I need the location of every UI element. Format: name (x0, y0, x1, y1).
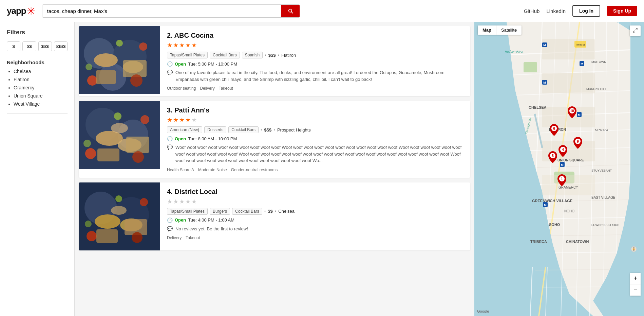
stars-abc-cocina: ★ ★ ★ ★ ★ (167, 41, 463, 49)
linkedin-link[interactable]: LinkedIn (546, 8, 566, 14)
stars-patti-anns: ★ ★ ★ ★ ★ (167, 116, 463, 124)
star-4: ★ (185, 41, 191, 49)
tag-separator-2: • (275, 209, 277, 214)
svg-point-7 (139, 42, 147, 51)
filters-title: Filters (7, 29, 68, 36)
svg-text:6: 6 (553, 127, 555, 130)
header-nav: GitHub LinkedIn Log In Sign Up (524, 5, 637, 17)
svg-text:🧍: 🧍 (632, 247, 636, 251)
svg-text:EAST VILLAGE: EAST VILLAGE (591, 196, 615, 199)
svg-text:SOHO: SOHO (549, 223, 560, 227)
comment-icon: 💬 (167, 226, 173, 231)
star-4: ★ (185, 116, 191, 124)
neighborhood-item-chelsea[interactable]: Chelsea (14, 69, 68, 74)
svg-text:GREENWICH VILLAGE: GREENWICH VILLAGE (532, 199, 572, 203)
svg-point-20 (114, 112, 121, 120)
restaurant-name-abc-cocina[interactable]: 2. ABC Cocina (167, 32, 463, 39)
food-image-placeholder-2 (79, 101, 160, 169)
svg-text:UNION SQUARE: UNION SQUARE (557, 158, 584, 162)
tag-separator: • (261, 127, 262, 133)
star-5-empty: ★ (191, 198, 197, 205)
sidebar-divider (7, 113, 68, 114)
svg-rect-10 (123, 60, 147, 77)
login-button[interactable]: Log In (572, 5, 600, 17)
neighborhood-item-flatiron[interactable]: Flatiron (14, 77, 68, 82)
zoom-out-button[interactable]: − (630, 284, 641, 296)
clock-icon: 🕐 (167, 217, 173, 223)
neighborhood-item-gramercy[interactable]: Gramercy (14, 85, 68, 90)
comment-icon: 💬 (167, 144, 173, 150)
search-button[interactable] (281, 5, 300, 17)
search-input[interactable] (42, 5, 281, 17)
svg-point-25 (111, 123, 128, 133)
restaurant-name-patti-anns[interactable]: 3. Patti Ann's (167, 106, 463, 114)
svg-point-36 (132, 232, 143, 243)
price-btn-1[interactable]: $ (7, 41, 20, 51)
svg-text:5: 5 (552, 154, 554, 158)
svg-text:MIDTOWN: MIDTOWN (591, 60, 606, 64)
svg-text:M: M (578, 113, 581, 117)
svg-rect-22 (126, 137, 149, 153)
open-label: Open (175, 136, 186, 141)
tag-tapas: Tapas/Small Plates (167, 208, 208, 215)
star-3: ★ (179, 116, 185, 124)
open-label: Open (175, 217, 186, 223)
restaurant-card-abc-cocina: 2. ABC Cocina ★ ★ ★ ★ ★ Tapas/Small Plat… (79, 26, 470, 96)
tag-cocktail-bars: Cocktail Bars (210, 52, 240, 58)
svg-text:Hudson River: Hudson River (505, 50, 524, 53)
svg-point-8 (116, 40, 123, 47)
tag-burgers: Burgers (210, 208, 230, 215)
star-2-empty: ★ (173, 198, 178, 205)
svg-point-29 (95, 214, 120, 229)
svg-line-119 (636, 28, 637, 30)
satellite-view-button[interactable]: Satellite (496, 25, 522, 35)
tag-cocktail-bars: Cocktail Bars (228, 126, 259, 133)
zoom-in-button[interactable]: + (630, 273, 641, 284)
stars-district-local: ★ ★ ★ ★ ★ (167, 198, 463, 205)
svg-point-24 (83, 140, 91, 147)
price-btn-3[interactable]: $$$ (38, 41, 52, 51)
svg-text:Times Sq: Times Sq (575, 43, 585, 46)
fullscreen-button[interactable] (630, 25, 641, 36)
tag-location: Chelsea (278, 209, 295, 214)
star-3: ★ (179, 41, 185, 49)
restaurant-name-district-local[interactable]: 4. District Local (167, 188, 463, 196)
review-abc-cocina: 💬 One of my favorite places to eat in th… (167, 69, 463, 83)
svg-text:M: M (544, 203, 547, 207)
github-link[interactable]: GitHub (524, 8, 540, 14)
logo[interactable]: yapp✳ (7, 5, 35, 17)
neighborhood-list: Chelsea Flatiron Gramercy Union Square W… (7, 69, 68, 107)
map-view-button[interactable]: Map (478, 25, 496, 35)
tags-district-local: Tapas/Small Plates Burgers Cocktail Bars… (167, 208, 463, 215)
svg-text:M: M (543, 43, 546, 47)
price-btn-4[interactable]: $$$$ (54, 41, 68, 51)
svg-point-12 (86, 64, 92, 70)
price-btn-2[interactable]: $$ (22, 41, 36, 51)
restaurant-image-abc-cocina (79, 26, 160, 94)
tag-cocktail-bars: Cocktail Bars (232, 208, 262, 215)
feature-restrooms: Gender-neutral restrooms (231, 168, 278, 172)
header: yapp✳ GitHub LinkedIn Log In Sign Up (0, 0, 644, 22)
neighborhood-item-union-square[interactable]: Union Square (14, 93, 68, 99)
restaurant-info-district-local: 4. District Local ★ ★ ★ ★ ★ Tapas/Small … (160, 182, 470, 250)
svg-text:CHINATOWN: CHINATOWN (566, 240, 589, 244)
map-container: CHELSEA UNION SQUARE FLATIRON GRAMERCY G… (474, 22, 644, 316)
restaurant-image-district-local (79, 182, 160, 250)
feature-health: Health Score A (167, 168, 194, 172)
clock-icon: 🕐 (167, 136, 173, 141)
feature-noise: Moderate Noise (198, 168, 227, 172)
map-view-controls: Map Satellite (478, 25, 522, 35)
svg-rect-9 (96, 70, 116, 84)
svg-text:10: 10 (570, 109, 574, 113)
signup-button[interactable]: Sign Up (607, 6, 637, 16)
svg-text:1: 1 (561, 177, 563, 181)
svg-point-11 (130, 74, 143, 87)
hours-label: Tue: 8:00 AM - 10:00 PM (188, 136, 237, 141)
svg-text:KIPS BAY: KIPS BAY (595, 128, 608, 131)
neighborhood-item-west-village[interactable]: West Village (14, 101, 68, 107)
star-2: ★ (173, 41, 178, 49)
status-abc-cocina: 🕐 Open Tue: 5:00 PM - 10:00 PM (167, 61, 463, 67)
tag-price: $$$ (264, 127, 272, 133)
google-logo: Google (477, 309, 489, 313)
tag-tapas: Tapas/Small Plates (167, 52, 208, 58)
